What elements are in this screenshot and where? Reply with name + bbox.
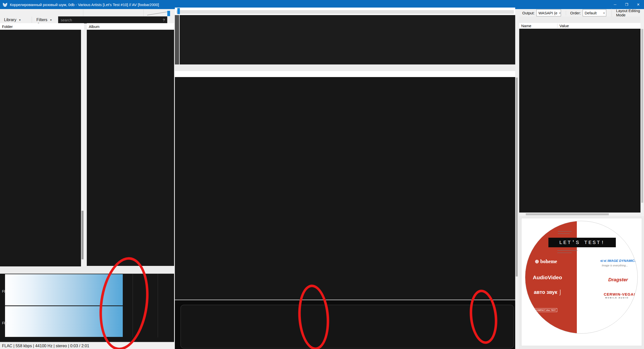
channel-label-fr: FR: [2, 321, 7, 325]
vu-meter-panel: [175, 300, 515, 349]
foobar2000-app-icon: [2, 2, 8, 7]
maximize-restore-button[interactable]: ❐: [621, 0, 632, 9]
waveform-playback-cursor: [179, 15, 180, 64]
folder-list[interactable]: [0, 30, 81, 266]
image-dynamics-logo: ≪≪ IMAGE DYNAMICS ≫≫: [600, 259, 638, 263]
seekbar-track[interactable]: [176, 10, 514, 14]
waveform-icon: [175, 15, 515, 64]
library-toolbar: Library ▼ Filters ▼ search ?: [0, 16, 174, 24]
search-input[interactable]: search ?: [58, 16, 167, 23]
playlist-tabs: [175, 64, 515, 71]
waveform-seekbar[interactable]: [175, 15, 515, 64]
sort-ascending-icon: ⌃: [37, 22, 40, 26]
minimize-button[interactable]: ─: [609, 0, 621, 9]
cd-subtitle-text: ▪▪▪▪▪▪▪▪▪▪▪▪▪▪▪▪▪▪▪▪▪▪▪▪▪▪▪▪▪▪▪▪▪▪▪▪▪▪▪▪…: [557, 249, 610, 254]
playlist-column-headers[interactable]: [175, 71, 515, 77]
search-help-icon[interactable]: ?: [163, 18, 165, 22]
cd-disc: LET'S TEST! ▪▪▪▪▪▪▪▪▪▪▪▪▪▪▪▪▪▪▪▪▪▪▪▪▪▪▪▪…: [525, 221, 638, 334]
chevron-down-icon: ▼: [50, 19, 52, 21]
cerwin-vega-logo: CERWIN-VEGA!: [604, 292, 635, 296]
seekbar[interactable]: [175, 8, 515, 15]
output-label: Output:: [522, 11, 535, 15]
info-panel-tabs: [519, 17, 640, 23]
compact-disc-text-logo: COMPACT disc TEXT: [534, 308, 557, 312]
vu-meter-frame: [180, 305, 514, 348]
playlist-scrollbar[interactable]: [515, 71, 518, 300]
info-column-headers[interactable]: Name Value: [519, 23, 640, 29]
layout-editing-mode-button[interactable]: Layout Editing Mode: [612, 9, 644, 17]
chevron-down-icon: ∨: [557, 11, 561, 15]
waveform-played-region: [175, 15, 179, 64]
chevron-down-icon: ∨: [601, 11, 605, 15]
cd-top-text: ▪▪▪▪▪▪▪▪▪▪▪▪▪▪▪▪▪▪▪▪▪▪▪▪▪▪▪▪▪▪▪▪▪▪▪▪▪▪▪▪…: [558, 230, 603, 235]
search-placeholder: search: [61, 18, 163, 22]
cd-title-banner: LET'S TEST!: [548, 238, 616, 247]
info-scrollbar-vertical[interactable]: [640, 23, 644, 213]
seekbar-thumb[interactable]: [177, 8, 180, 14]
folder-scrollbar[interactable]: [81, 30, 84, 266]
avtozvuk-logo: авто звук ⌡: [534, 290, 562, 295]
info-hscrollbar-thumb[interactable]: [526, 213, 609, 215]
visualisation-tabs: [0, 266, 174, 274]
dragster-logo: Dragster: [608, 277, 628, 283]
filters-dropdown[interactable]: Filters ▼: [32, 17, 55, 23]
album-art-image: LET'S TEST! ▪▪▪▪▪▪▪▪▪▪▪▪▪▪▪▪▪▪▪▪▪▪▪▪▪▪▪▪…: [521, 218, 642, 346]
status-bar: FLAC | 558 kbps | 44100 Hz | stereo | 0:…: [0, 342, 174, 349]
order-label: Order:: [566, 11, 581, 15]
playlist-scrollbar-thumb[interactable]: [516, 78, 518, 276]
output-toolbar: Output: WASAPI (e ∨ Order: Default ∨ Lay…: [519, 9, 644, 17]
folder-scrollbar-thumb[interactable]: [82, 211, 84, 259]
channel-label-fl: FL: [2, 289, 6, 293]
audiovideo-logo: AudioVideo: [533, 274, 562, 281]
album-art-panel: LET'S TEST! ▪▪▪▪▪▪▪▪▪▪▪▪▪▪▪▪▪▪▪▪▪▪▪▪▪▪▪▪…: [519, 216, 644, 349]
album-list[interactable]: [87, 30, 174, 266]
volume-thumb: [167, 11, 170, 16]
output-select[interactable]: WASAPI (e ∨: [536, 9, 561, 16]
close-button[interactable]: ✕: [632, 0, 644, 9]
library-dropdown[interactable]: Library ▼: [2, 17, 24, 23]
foobar2000-window: Коррелированный розовый шум, 0db - Vario…: [0, 0, 644, 349]
info-scrollbar-thumb[interactable]: [641, 29, 643, 203]
order-select[interactable]: Default ∨: [583, 9, 606, 16]
boheme-logo: ⊕ boheme: [535, 258, 557, 264]
playlist[interactable]: [175, 77, 515, 300]
image-dynamics-tagline: Image is everything...: [602, 264, 628, 267]
gridline: [158, 274, 158, 337]
info-panel[interactable]: [519, 29, 640, 213]
chevron-down-icon: ▼: [19, 19, 21, 21]
album-column-header[interactable]: Album: [87, 23, 174, 30]
cerwin-vega-sub: MOBILE AUDIO: [605, 297, 629, 299]
window-title: Коррелированный розовый шум, 0db - Vario…: [10, 3, 159, 7]
vu-meter-horizontal: FL FR: [0, 274, 174, 342]
folder-column-header[interactable]: Folder ⌃: [0, 23, 84, 30]
info-scrollbar-horizontal[interactable]: [519, 213, 640, 216]
status-text: FLAC | 558 kbps | 44100 Hz | stereo | 0:…: [2, 344, 89, 348]
